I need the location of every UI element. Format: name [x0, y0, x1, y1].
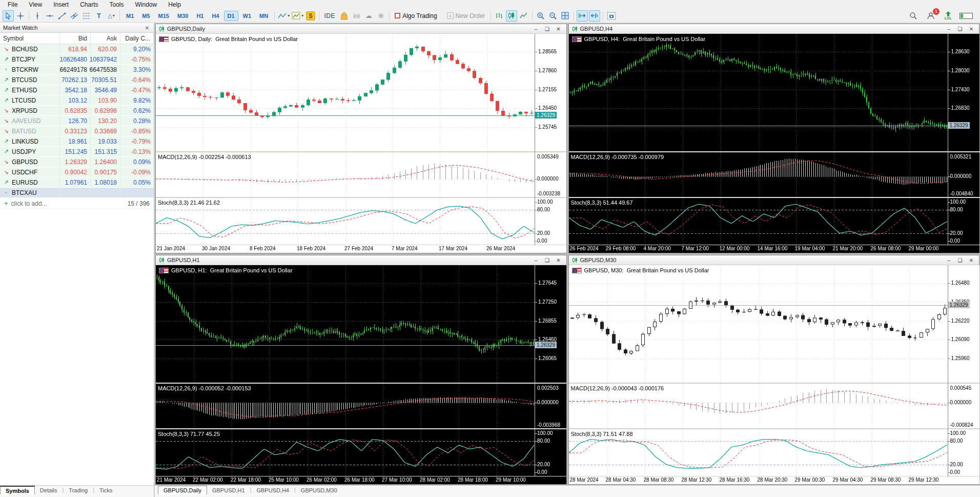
shift-end-button[interactable] [577, 10, 588, 22]
line-studies-button[interactable]: ▾ [277, 10, 290, 22]
table-row-eurusd[interactable]: ↗EURUSD1.079611.080180.05% [0, 177, 154, 188]
table-row-btcxau[interactable]: •BTCXAU [0, 188, 154, 198]
search-button[interactable] [908, 10, 919, 22]
bar-chart-type-button[interactable] [494, 10, 505, 22]
chart-tab-gbpusd-h4[interactable]: GBPUSD,H4 [251, 486, 294, 494]
table-row-usdjpy[interactable]: ↗USDJPY151.245151.315-0.13% [0, 147, 154, 157]
timeframe-button-m1[interactable]: M1 [122, 11, 137, 21]
chart-window-gbpusd-h4[interactable]: GBPUSD,H4–❏✕GBPUSD, H4: Great Britain Po… [568, 24, 980, 253]
tab-details[interactable]: Details [35, 486, 63, 494]
cloud-button[interactable]: ☁ [363, 10, 374, 22]
horizontal-line-tool-button[interactable] [44, 10, 55, 22]
text-tool-button[interactable]: T [93, 10, 105, 22]
new-order-button[interactable]: + New Order [444, 10, 488, 22]
close-button[interactable]: ✕ [556, 257, 562, 263]
close-button[interactable]: ✕ [556, 26, 562, 32]
line-chart-type-button[interactable] [518, 10, 529, 22]
table-row-bchusd[interactable]: ↘BCHUSD618.94620.099.20% [0, 44, 154, 54]
trendline-tool-button[interactable] [56, 10, 68, 22]
menu-item-file[interactable]: File [2, 1, 23, 9]
timeframe-button-h4[interactable]: H4 [208, 11, 222, 21]
indicators-button[interactable]: ▾ [291, 10, 304, 22]
menu-item-view[interactable]: View [23, 1, 48, 9]
screenshot-button[interactable] [606, 10, 617, 22]
table-row-xrpusd[interactable]: ↘XRPUSD0.628350.628980.62% [0, 106, 154, 116]
chart-window-titlebar[interactable]: GBPUSD,Daily–❏✕ [156, 24, 566, 34]
crosshair-tool-button[interactable] [15, 10, 26, 22]
chart-body[interactable]: GBPUSD, H4: Great Britain Pound vs US Do… [569, 34, 979, 253]
timeframe-button-w1[interactable]: W1 [239, 11, 255, 21]
table-row-aaveusd[interactable]: ↘AAVEUSD126.70130.200.28% [0, 116, 154, 126]
market-button[interactable] [338, 10, 350, 22]
fibonacci-tool-button[interactable] [81, 10, 92, 22]
chart-canvas-gbpusd-h1[interactable] [156, 265, 566, 484]
minimize-button[interactable]: – [946, 26, 952, 32]
minimize-button[interactable]: – [533, 26, 539, 32]
chart-window-gbpusd-h1[interactable]: GBPUSD,H1–❏✕GBPUSD, H1: Great Britain Po… [155, 255, 567, 485]
tab-ticks[interactable]: Ticks [94, 486, 117, 494]
cursor-tool-button[interactable] [3, 10, 14, 22]
table-row-btcjpy[interactable]: ↗BTCJPY1062648010637942-0.75% [0, 54, 154, 65]
timeframe-button-m5[interactable]: M5 [138, 11, 153, 21]
chart-window-titlebar[interactable]: GBPUSD,H1–❏✕ [156, 255, 566, 265]
algo-trading-button[interactable]: Algo Trading [392, 10, 439, 22]
menu-item-charts[interactable]: Charts [74, 1, 104, 9]
signals-button[interactable]: ((o)) [351, 10, 362, 22]
maximize-button[interactable]: ❏ [957, 257, 963, 263]
column-header-dailyc[interactable]: Daily C... [120, 33, 154, 44]
table-row-ethusd[interactable]: ↗ETHUSD3542.183546.49-0.47% [0, 85, 154, 95]
maximize-button[interactable]: ❏ [957, 26, 963, 32]
notifications-button[interactable]: 1 [925, 10, 936, 22]
chart-tab-gbpusd-h1[interactable]: GBPUSD,H1 [207, 486, 250, 494]
table-row-ltcusd[interactable]: ↗LTCUSD103.12103.909.82% [0, 95, 154, 106]
maximize-button[interactable]: ❏ [544, 257, 550, 263]
chart-window-gbpusd-daily[interactable]: GBPUSD,Daily–❏✕GBPUSD, Daily: Great Brit… [155, 24, 567, 253]
menu-item-tools[interactable]: Tools [104, 1, 130, 9]
menu-item-window[interactable]: Window [130, 1, 163, 9]
column-header-symbol[interactable]: Symbol [0, 33, 60, 44]
chart-window-gbpusd-m30[interactable]: GBPUSD,M30–❏✕GBPUSD, M30: Great Britain … [568, 255, 980, 485]
chart-body[interactable]: GBPUSD, Daily: Great Britain Pound vs US… [156, 34, 566, 253]
zoom-out-button[interactable] [547, 10, 559, 22]
table-row-usdchf[interactable]: ↘USDCHF0.900420.90175-0.09% [0, 167, 154, 177]
candle-chart-type-button[interactable] [506, 10, 517, 22]
table-row-gbpusd[interactable]: ↘GBPUSD1.263291.264000.09% [0, 157, 154, 167]
close-button[interactable]: ✕ [968, 257, 974, 263]
tab-trading[interactable]: Trading [64, 486, 93, 494]
close-icon[interactable]: ✕ [144, 25, 151, 31]
menu-item-insert[interactable]: Insert [48, 1, 74, 9]
table-row-btcusd[interactable]: ↗BTCUSD70262.1370305.51-0.64% [0, 75, 154, 85]
click-to-add[interactable]: click to add... [11, 200, 47, 207]
shapes-tool-button[interactable]: △ ▾ [106, 10, 117, 22]
tab-symbols[interactable]: Symbols [0, 486, 35, 494]
community-button[interactable]: ⊕ [375, 10, 386, 22]
maximize-button[interactable]: ❏ [544, 26, 550, 32]
timeframe-button-m15[interactable]: M15 [155, 11, 173, 21]
chart-body[interactable]: GBPUSD, M30: Great Britain Pound vs US D… [569, 265, 979, 484]
table-row-batusd[interactable]: ↘BATUSD0.331230.33669-0.85% [0, 126, 154, 136]
chart-window-titlebar[interactable]: GBPUSD,M30–❏✕ [569, 255, 979, 265]
level-button[interactable]: LVL [943, 10, 954, 22]
minimize-button[interactable]: – [946, 257, 952, 263]
close-button[interactable]: ✕ [968, 26, 974, 32]
zoom-in-button[interactable] [535, 10, 546, 22]
chart-tab-gbpusd-m30[interactable]: GBPUSD,M30 [296, 486, 342, 494]
column-header-ask[interactable]: Ask [91, 33, 120, 44]
chart-body[interactable]: GBPUSD, H1: Great Britain Pound vs US Do… [156, 265, 566, 484]
timeframe-button-mn[interactable]: MN [256, 11, 272, 21]
timeframe-button-d1[interactable]: D1 [224, 11, 238, 21]
chart-window-titlebar[interactable]: GBPUSD,H4–❏✕ [569, 24, 979, 34]
symbols-dialog-button[interactable]: $ [305, 10, 316, 22]
chart-canvas-gbpusd-h4[interactable] [569, 34, 979, 253]
minimize-button[interactable]: – [533, 257, 539, 263]
channel-tool-button[interactable] [69, 10, 80, 22]
menu-item-help[interactable]: Help [162, 1, 187, 9]
vertical-line-tool-button[interactable] [32, 10, 43, 22]
column-header-bid[interactable]: Bid [60, 33, 91, 44]
timeframe-button-m30[interactable]: M30 [174, 11, 192, 21]
chart-canvas-gbpusd-m30[interactable] [569, 265, 979, 484]
tile-windows-button[interactable] [560, 10, 571, 22]
chart-canvas-gbpusd-daily[interactable] [156, 34, 566, 253]
shift-begin-button[interactable] [589, 10, 600, 22]
table-row-linkusd[interactable]: ↗LINKUSD18.96119.033-0.79% [0, 136, 154, 147]
